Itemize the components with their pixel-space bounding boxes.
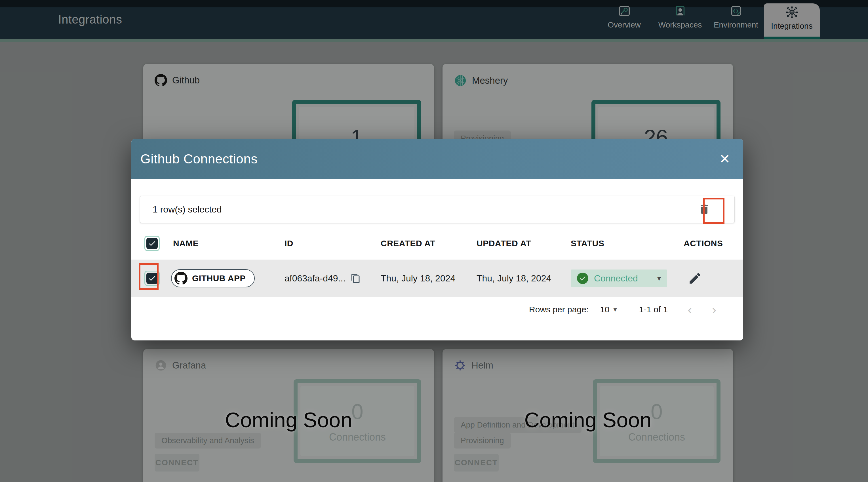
status-dropdown[interactable]: Connected ▾ [571, 270, 667, 287]
table-header-row: NAME ID CREATED AT UPDATED AT STATUS ACT… [131, 227, 743, 260]
caret-down-icon: ▾ [657, 274, 661, 283]
created-at: Thu, July 18, 2024 [381, 273, 455, 284]
annotation-box-delete [703, 198, 724, 224]
connection-name: GITHUB APP [192, 273, 246, 283]
col-actions: ACTIONS [684, 239, 723, 248]
connection-id-cell: af063afa-d49... [284, 273, 361, 284]
col-updated[interactable]: UPDATED AT [476, 239, 531, 248]
github-connections-modal: Github Connections ✕ 1 row(s) selected N… [131, 139, 743, 340]
edit-icon[interactable] [688, 271, 702, 285]
updated-at: Thu, July 18, 2024 [476, 273, 551, 284]
status-badge: Connected [594, 273, 638, 284]
col-status[interactable]: STATUS [571, 239, 604, 248]
table-pagination: Rows per page: 10 ▾ 1-1 of 1 ‹ › [131, 297, 743, 322]
table-row[interactable]: GITHUB APP af063afa-d49... Thu, July 18,… [131, 260, 743, 297]
github-icon [175, 272, 187, 285]
modal-header: Github Connections ✕ [131, 139, 743, 179]
rows-per-page-label: Rows per page: [529, 305, 589, 314]
select-all-checkbox[interactable] [144, 236, 160, 251]
col-id[interactable]: ID [284, 239, 293, 248]
col-name[interactable]: NAME [173, 239, 198, 248]
pagination-range: 1-1 of 1 [639, 305, 668, 314]
rows-per-page-value: 10 [600, 305, 609, 314]
rows-per-page-select[interactable]: 10 ▾ [600, 305, 617, 314]
connection-name-chip[interactable]: GITHUB APP [171, 269, 255, 288]
connected-check-icon [577, 273, 588, 284]
caret-down-icon: ▾ [614, 305, 617, 313]
integrations-page: Integrations Overview Workspaces [0, 0, 868, 482]
selected-rows-text: 1 row(s) selected [153, 204, 222, 215]
close-icon[interactable]: ✕ [719, 152, 730, 165]
copy-icon[interactable] [351, 273, 361, 283]
prev-page-button[interactable]: ‹ [688, 303, 692, 316]
connection-id: af063afa-d49... [284, 273, 345, 284]
next-page-button[interactable]: › [712, 303, 716, 316]
selection-toolbar: 1 row(s) selected [140, 196, 735, 223]
col-created[interactable]: CREATED AT [381, 239, 435, 248]
check-icon [148, 239, 156, 248]
annotation-box-checkbox [139, 263, 159, 290]
modal-title: Github Connections [141, 151, 257, 167]
